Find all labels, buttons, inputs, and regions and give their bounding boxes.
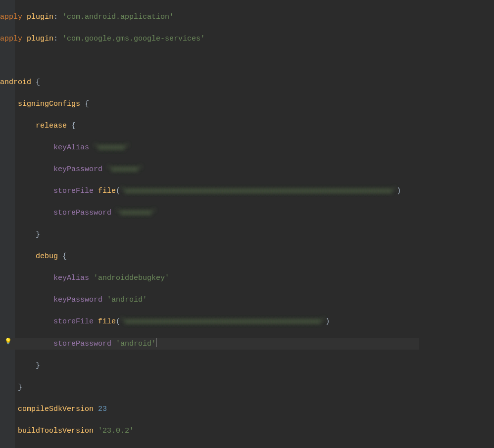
brace: { — [71, 122, 76, 130]
keyword: apply — [0, 35, 22, 43]
paren: ) — [396, 187, 401, 195]
code-line[interactable]: keyAlias 'androiddebugkey' — [0, 273, 419, 284]
property: storePassword — [53, 340, 111, 348]
brace: { — [85, 100, 89, 108]
identifier: signingConfigs — [18, 100, 80, 108]
paren: ) — [325, 317, 330, 326]
code-editor-content[interactable]: apply plugin: 'com.android.application' … — [0, 0, 419, 448]
brace: } — [36, 230, 40, 239]
identifier: plugin — [27, 13, 53, 21]
code-line[interactable]: keyPassword 'xxxxxx' — [0, 164, 419, 175]
brace: } — [18, 383, 22, 392]
code-line[interactable]: compileSdkVersion 23 — [0, 404, 419, 415]
code-line[interactable]: apply plugin: 'com.android.application' — [0, 12, 419, 23]
redacted-text: 'xxxxxxx' — [116, 209, 156, 217]
redacted-text: 'xxxxxxxxxxxxxxxxxxxxxxxxxxxxxxxxxxxxxxx… — [120, 317, 325, 326]
code-line[interactable]: keyAlias 'xxxxxx' — [0, 142, 419, 153]
punct: : — [53, 35, 58, 43]
code-line[interactable] — [0, 55, 419, 66]
keyword: apply — [0, 13, 22, 21]
redacted-text: 'xxxxxx' — [107, 165, 143, 174]
code-line[interactable]: storePassword 'xxxxxxx' — [0, 208, 419, 219]
property: keyPassword — [53, 165, 102, 174]
code-line[interactable]: signingConfigs { — [0, 99, 419, 110]
redacted-text: 'xxxxxxxxxxxxxxxxxxxxxxxxxxxxxxxxxxxxxxx… — [120, 187, 396, 195]
intention-bulb-icon[interactable]: 💡 — [4, 338, 11, 345]
code-line[interactable]: } — [0, 229, 419, 240]
punct: : — [53, 13, 58, 21]
brace: { — [62, 252, 67, 261]
identifier: debug — [36, 252, 58, 261]
property: keyPassword — [53, 296, 102, 304]
code-line[interactable]: apply plugin: 'com.google.gms.google-ser… — [0, 34, 419, 45]
function-call: file — [98, 187, 116, 195]
text-cursor — [156, 338, 156, 347]
identifier: buildToolsVersion — [18, 427, 94, 435]
identifier: release — [36, 122, 67, 130]
identifier: android — [0, 78, 31, 87]
code-line[interactable]: android { — [0, 77, 419, 88]
property: storeFile — [53, 187, 94, 195]
code-line[interactable]: keyPassword 'android' — [0, 295, 419, 306]
function-call: file — [98, 317, 116, 326]
string: 'android' — [107, 296, 147, 304]
paren: ( — [116, 317, 120, 326]
identifier: plugin — [27, 35, 53, 43]
code-line-current[interactable]: 💡 storePassword 'android' — [0, 338, 419, 350]
code-line[interactable]: buildToolsVersion '23.0.2' — [0, 426, 419, 437]
redacted-text: 'xxxxxx' — [94, 143, 129, 152]
property: keyAlias — [53, 274, 89, 282]
property: keyAlias — [53, 143, 89, 152]
brace: { — [36, 78, 40, 87]
property: storePassword — [53, 209, 111, 217]
code-line[interactable]: storeFile file('xxxxxxxxxxxxxxxxxxxxxxxx… — [0, 186, 419, 197]
code-line[interactable]: } — [0, 360, 419, 371]
identifier: compileSdkVersion — [18, 405, 94, 413]
brace: } — [36, 361, 40, 370]
string: '23.0.2' — [98, 427, 134, 435]
string: 'com.android.application' — [62, 13, 174, 21]
string: 'com.google.gms.google-services' — [62, 35, 205, 43]
paren: ( — [116, 187, 120, 195]
string: 'androiddebugkey' — [94, 274, 169, 282]
code-line[interactable]: storeFile file('xxxxxxxxxxxxxxxxxxxxxxxx… — [0, 316, 419, 327]
property: storeFile — [53, 317, 94, 326]
number: 23 — [98, 405, 107, 413]
string: 'android' — [116, 340, 156, 348]
code-line[interactable]: debug { — [0, 251, 419, 262]
code-line[interactable]: } — [0, 382, 419, 393]
code-line[interactable]: release { — [0, 121, 419, 132]
